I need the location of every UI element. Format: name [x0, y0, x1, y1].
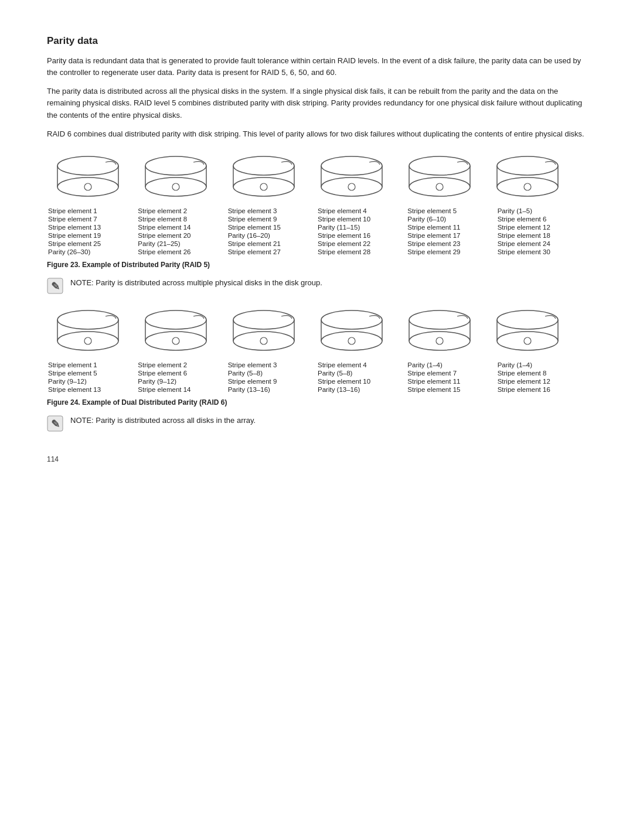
figure1-section: Stripe element 1Stripe element 2Stripe e…	[47, 154, 586, 294]
disk2-icon-5	[399, 308, 481, 355]
svg-point-62	[524, 337, 531, 344]
table-cell: Stripe element 5	[406, 207, 496, 215]
svg-point-36	[57, 332, 118, 350]
table-cell: Stripe element 15	[227, 223, 316, 231]
svg-point-30	[524, 183, 531, 190]
table-cell: Stripe element 12	[496, 223, 586, 231]
page-number: 114	[47, 455, 586, 463]
svg-point-52	[348, 337, 355, 344]
table-cell: Parity (9–12)	[137, 377, 226, 385]
svg-point-16	[321, 156, 382, 175]
table-cell: Stripe element 17	[406, 231, 496, 240]
disk2-icon-4	[311, 308, 393, 355]
table-cell: Stripe element 7	[406, 369, 496, 377]
svg-point-0	[57, 156, 118, 175]
disk-icon-6	[486, 154, 569, 201]
disk-icon-1	[47, 154, 129, 201]
disk2-icon-2	[135, 308, 217, 355]
table-cell: Stripe element 6	[137, 369, 226, 377]
table-cell: Parity (11–15)	[316, 223, 406, 231]
table-cell: Stripe element 1	[47, 361, 137, 369]
paragraph-3: RAID 6 combines dual distributed parity …	[47, 128, 586, 140]
table-cell: Stripe element 10	[316, 377, 406, 385]
table-cell: Stripe element 29	[406, 248, 496, 256]
disk-icon-2	[135, 154, 217, 201]
svg-point-56	[409, 332, 470, 350]
svg-point-46	[233, 332, 294, 350]
svg-point-4	[57, 177, 118, 196]
table-cell: Stripe element 4	[316, 207, 406, 215]
table-cell: Parity (9–12)	[47, 377, 137, 385]
table-cell: Stripe element 13	[47, 385, 137, 394]
table-cell: Stripe element 26	[137, 248, 226, 256]
svg-point-38	[145, 310, 206, 329]
svg-point-37	[84, 337, 91, 344]
table-cell: Stripe element 3	[227, 207, 316, 215]
svg-point-41	[145, 332, 206, 350]
table-cell: Stripe element 14	[137, 223, 226, 231]
disk2-icon-1	[47, 308, 129, 355]
svg-point-48	[321, 310, 382, 329]
figure1-caption: Figure 23. Example of Distributed Parity…	[47, 261, 586, 269]
svg-point-53	[409, 310, 470, 329]
disk-icon-5	[399, 154, 481, 201]
table-cell: Stripe element 5	[47, 369, 137, 377]
figure2-note-box: ✎ NOTE: Parity is distributed across all…	[47, 415, 586, 432]
table-cell: Parity (1–4)	[406, 361, 496, 369]
table-cell: Parity (5–8)	[316, 369, 406, 377]
table-cell: Stripe element 11	[406, 377, 496, 385]
svg-point-33	[57, 310, 118, 329]
table-cell: Stripe element 15	[406, 385, 496, 394]
table-cell: Parity (6–10)	[406, 215, 496, 223]
figure2-note-text: NOTE: Parity is distributed across all d…	[70, 415, 256, 426]
table-cell: Stripe element 22	[316, 240, 406, 248]
page-heading: Parity data	[47, 35, 586, 47]
svg-point-19	[321, 177, 382, 196]
svg-point-10	[172, 183, 179, 190]
svg-point-51	[321, 332, 382, 350]
svg-point-9	[145, 177, 206, 196]
table-cell: Stripe element 16	[316, 231, 406, 240]
svg-point-5	[84, 183, 91, 190]
table-cell: Stripe element 7	[47, 215, 137, 223]
table-cell: Stripe element 19	[47, 231, 137, 240]
disk-icon-3	[223, 154, 305, 201]
svg-text:✎: ✎	[51, 281, 60, 292]
table-cell: Stripe element 16	[496, 385, 586, 394]
table-cell: Stripe element 6	[496, 215, 586, 223]
table-cell: Stripe element 14	[137, 385, 226, 394]
table-cell: Stripe element 11	[406, 223, 496, 231]
svg-point-11	[233, 156, 294, 175]
table-cell: Stripe element 9	[227, 377, 316, 385]
table-cell: Stripe element 23	[406, 240, 496, 248]
svg-point-42	[172, 337, 179, 344]
table-cell: Parity (1–5)	[496, 207, 586, 215]
svg-point-24	[409, 177, 470, 196]
table-cell: Stripe element 18	[496, 231, 586, 240]
svg-point-43	[233, 310, 294, 329]
svg-point-47	[260, 337, 267, 344]
table-cell: Stripe element 28	[316, 248, 406, 256]
table-cell: Stripe element 1	[47, 207, 137, 215]
table-cell: Stripe element 4	[316, 361, 406, 369]
table-cell: Stripe element 12	[496, 377, 586, 385]
table-cell: Stripe element 10	[316, 215, 406, 223]
table-cell: Stripe element 25	[47, 240, 137, 248]
disk2-icon-6	[486, 308, 569, 355]
table-cell: Stripe element 13	[47, 223, 137, 231]
note-icon-1: ✎	[47, 278, 63, 294]
svg-point-58	[497, 310, 558, 329]
table-cell: Parity (5–8)	[227, 369, 316, 377]
figure2-table: Stripe element 1Stripe element 2Stripe e…	[47, 361, 586, 394]
svg-point-14	[233, 177, 294, 196]
svg-point-20	[348, 183, 355, 190]
disk-icon-4	[311, 154, 393, 201]
table-cell: Stripe element 30	[496, 248, 586, 256]
table-cell: Stripe element 2	[137, 361, 226, 369]
svg-text:✎: ✎	[51, 418, 60, 430]
disk2-icon-3	[223, 308, 305, 355]
svg-point-61	[497, 332, 558, 350]
svg-point-29	[497, 177, 558, 196]
table-cell: Stripe element 3	[227, 361, 316, 369]
figure2-caption: Figure 24. Example of Dual Distributed P…	[47, 398, 586, 407]
